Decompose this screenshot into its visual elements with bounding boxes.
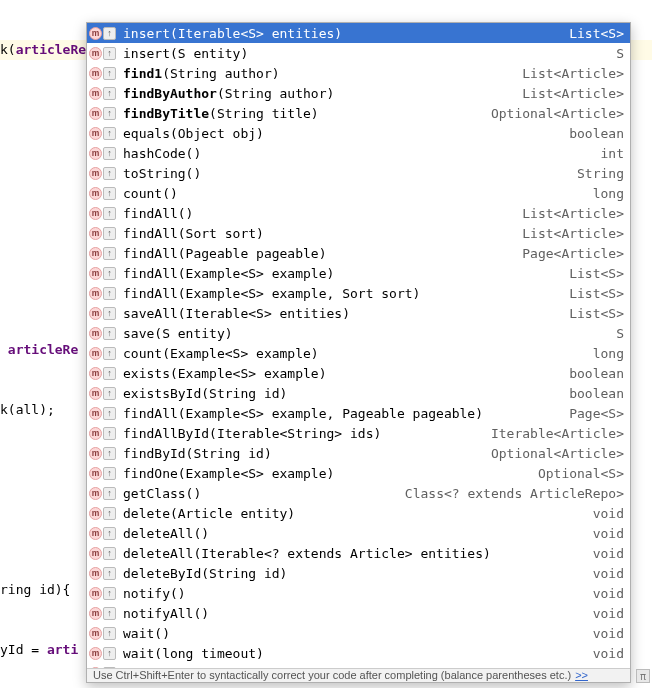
suggestion-signature: equals(Object obj) [123, 126, 561, 141]
suggestion-return-type: void [593, 666, 624, 669]
pi-icon[interactable]: π [636, 669, 650, 683]
suggestion-signature: insert(Iterable<S> entities) [123, 26, 561, 41]
suggestion-return-type: boolean [569, 366, 624, 381]
method-icon: m↑ [89, 407, 119, 420]
suggestion-list[interactable]: m↑insert(Iterable<S> entities)List<S>m↑i… [87, 23, 630, 668]
suggestion-return-type: List<Article> [522, 226, 624, 241]
suggestion-return-type: Optional<Article> [491, 446, 624, 461]
suggestion-return-type: Iterable<Article> [491, 426, 624, 441]
suggestion-return-type: List<S> [569, 266, 624, 281]
autocomplete-popup[interactable]: m↑insert(Iterable<S> entities)List<S>m↑i… [86, 22, 631, 683]
suggestion-signature: findAll(Sort sort) [123, 226, 514, 241]
suggestion-item[interactable]: m↑saveAll(Iterable<S> entities)List<S> [87, 303, 630, 323]
suggestion-item[interactable]: m↑find1(String author)List<Article> [87, 63, 630, 83]
suggestion-return-type: long [593, 186, 624, 201]
suggestion-signature: getClass() [123, 486, 397, 501]
method-icon: m↑ [89, 227, 119, 240]
suggestion-item[interactable]: m↑exists(Example<S> example)boolean [87, 363, 630, 383]
suggestion-item[interactable]: m↑deleteById(String id)void [87, 563, 630, 583]
method-icon: m↑ [89, 547, 119, 560]
suggestion-return-type: Page<Article> [522, 246, 624, 261]
suggestion-item[interactable]: m↑deleteAll()void [87, 523, 630, 543]
suggestion-return-type: boolean [569, 386, 624, 401]
suggestion-item[interactable]: m↑wait()void [87, 623, 630, 643]
suggestion-return-type: void [593, 546, 624, 561]
suggestion-return-type: S [616, 46, 624, 61]
method-icon: m↑ [89, 107, 119, 120]
suggestion-signature: findOne(Example<S> example) [123, 466, 530, 481]
suggestion-return-type: List<S> [569, 26, 624, 41]
suggestion-item[interactable]: m↑equals(Object obj)boolean [87, 123, 630, 143]
suggestion-item[interactable]: m↑findByAuthor(String author)List<Articl… [87, 83, 630, 103]
suggestion-return-type: void [593, 526, 624, 541]
method-icon: m↑ [89, 647, 119, 660]
suggestion-item[interactable]: m↑deleteAll(Iterable<? extends Article> … [87, 543, 630, 563]
suggestion-item[interactable]: m↑notify()void [87, 583, 630, 603]
suggestion-signature: existsById(String id) [123, 386, 561, 401]
suggestion-signature: insert(S entity) [123, 46, 608, 61]
suggestion-signature: deleteAll(Iterable<? extends Article> en… [123, 546, 585, 561]
suggestion-return-type: List<S> [569, 306, 624, 321]
suggestion-item[interactable]: m↑count()long [87, 183, 630, 203]
suggestion-return-type: void [593, 606, 624, 621]
suggestion-item[interactable]: m↑insert(S entity)S [87, 43, 630, 63]
suggestion-item[interactable]: m↑toString()String [87, 163, 630, 183]
suggestion-item[interactable]: m↑existsById(String id)boolean [87, 383, 630, 403]
suggestion-signature: findAll(Example<S> example) [123, 266, 561, 281]
method-icon: m↑ [89, 147, 119, 160]
suggestion-item[interactable]: m↑notifyAll()void [87, 603, 630, 623]
method-icon: m↑ [89, 427, 119, 440]
suggestion-signature: find1(String author) [123, 66, 514, 81]
suggestion-signature: save(S entity) [123, 326, 608, 341]
suggestion-signature: wait(long timeout, int nanos) [123, 666, 585, 669]
suggestion-signature: exists(Example<S> example) [123, 366, 561, 381]
suggestion-item[interactable]: m↑findAll(Example<S> example)List<S> [87, 263, 630, 283]
suggestion-item[interactable]: m↑findByTitle(String title)Optional<Arti… [87, 103, 630, 123]
method-icon: m↑ [89, 307, 119, 320]
hint-text: Use Ctrl+Shift+Enter to syntactically co… [93, 669, 571, 681]
suggestion-item[interactable]: m↑save(S entity)S [87, 323, 630, 343]
method-icon: m↑ [89, 527, 119, 540]
suggestion-return-type: List<Article> [522, 206, 624, 221]
suggestion-signature: findById(String id) [123, 446, 483, 461]
method-icon: m↑ [89, 487, 119, 500]
suggestion-signature: toString() [123, 166, 569, 181]
method-icon: m↑ [89, 87, 119, 100]
method-icon: m↑ [89, 447, 119, 460]
suggestion-return-type: void [593, 586, 624, 601]
suggestion-item[interactable]: m↑wait(long timeout, int nanos)void [87, 663, 630, 668]
suggestion-item[interactable]: m↑findAll(Sort sort)List<Article> [87, 223, 630, 243]
suggestion-item[interactable]: m↑hashCode()int [87, 143, 630, 163]
suggestion-item[interactable]: m↑findAll()List<Article> [87, 203, 630, 223]
method-icon: m↑ [89, 47, 119, 60]
method-icon: m↑ [89, 267, 119, 280]
suggestion-return-type: Class<? extends ArticleRepo> [405, 486, 624, 501]
suggestion-item[interactable]: m↑count(Example<S> example)long [87, 343, 630, 363]
suggestion-item[interactable]: m↑findById(String id)Optional<Article> [87, 443, 630, 463]
suggestion-item[interactable]: m↑getClass()Class<? extends ArticleRepo> [87, 483, 630, 503]
method-icon: m↑ [89, 167, 119, 180]
suggestion-item[interactable]: m↑wait(long timeout)void [87, 643, 630, 663]
suggestion-return-type: void [593, 626, 624, 641]
suggestion-return-type: List<Article> [522, 66, 624, 81]
suggestion-signature: wait(long timeout) [123, 646, 585, 661]
suggestion-item[interactable]: m↑delete(Article entity)void [87, 503, 630, 523]
suggestion-item[interactable]: m↑findAll(Example<S> example, Sort sort)… [87, 283, 630, 303]
suggestion-return-type: List<S> [569, 286, 624, 301]
suggestion-item[interactable]: m↑insert(Iterable<S> entities)List<S> [87, 23, 630, 43]
suggestion-signature: findAll(Pageable pageable) [123, 246, 514, 261]
suggestion-signature: notify() [123, 586, 585, 601]
suggestion-item[interactable]: m↑findAll(Example<S> example, Pageable p… [87, 403, 630, 423]
method-icon: m↑ [89, 127, 119, 140]
suggestion-signature: findAll(Example<S> example, Pageable pag… [123, 406, 561, 421]
suggestion-item[interactable]: m↑findAll(Pageable pageable)Page<Article… [87, 243, 630, 263]
method-icon: m↑ [89, 627, 119, 640]
suggestion-item[interactable]: m↑findAllById(Iterable<String> ids)Itera… [87, 423, 630, 443]
hint-link[interactable]: >> [575, 669, 588, 681]
method-icon: m↑ [89, 207, 119, 220]
method-icon: m↑ [89, 27, 119, 40]
suggestion-signature: hashCode() [123, 146, 593, 161]
suggestion-item[interactable]: m↑findOne(Example<S> example)Optional<S> [87, 463, 630, 483]
suggestion-return-type: int [601, 146, 624, 161]
suggestion-signature: notifyAll() [123, 606, 585, 621]
